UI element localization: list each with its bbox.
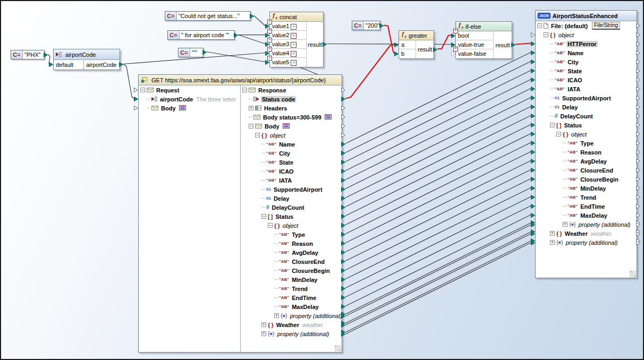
greater-input-a[interactable]: a — [399, 40, 416, 49]
tree-row-name[interactable]: "AB"Name — [536, 48, 637, 57]
wire-map-property-additional-[interactable] — [345, 241, 531, 332]
expand-toggle-icon[interactable]: + — [563, 222, 567, 227]
tree-row-closureend[interactable]: "AB"ClosureEnd — [241, 257, 341, 266]
response-iata-output-connector[interactable] — [341, 177, 345, 184]
collapse-toggle-icon[interactable]: − — [242, 88, 247, 92]
response-body-status-300-599-output-connector[interactable] — [341, 114, 345, 121]
expand-toggle-icon[interactable]: + — [249, 106, 253, 110]
response-name-output-connector[interactable] — [341, 141, 345, 148]
expand-toggle-icon[interactable]: + — [550, 240, 555, 245]
wire-map-property-additional-[interactable] — [345, 223, 531, 314]
target-type-output-connector[interactable] — [636, 140, 640, 147]
collapse-toggle-icon[interactable]: − — [261, 214, 266, 219]
response-endtime-output-connector[interactable] — [341, 295, 345, 301]
expand-toggle-icon[interactable]: + — [261, 322, 266, 327]
response-maxdelay-output-connector[interactable] — [341, 304, 345, 310]
tree-row-maxdelay[interactable]: "AB"MaxDelay — [536, 211, 637, 220]
target-closurebegin-input-connector[interactable] — [531, 176, 535, 183]
tree-row-headers[interactable]: +Headers — [241, 104, 341, 113]
wire-map-mindelay[interactable] — [345, 188, 531, 279]
tree-row-property-additional-[interactable]: +{■}property (additional) — [536, 220, 637, 229]
collapse-toggle-icon[interactable]: − — [556, 132, 561, 136]
concat-input-value2[interactable]: value2× — [270, 31, 307, 40]
tree-row-delay[interactable]: 01Delay — [241, 194, 341, 203]
constant-for-airport-code[interactable]: C= " for airport code '" — [167, 30, 235, 40]
tree-row-city[interactable]: "AB"City — [241, 149, 341, 158]
target-avgdelay-input-connector[interactable] — [531, 158, 535, 165]
could-output-connector[interactable] — [250, 13, 254, 20]
target-state-input-connector[interactable] — [531, 68, 535, 74]
file-string-button[interactable]: File/String — [592, 22, 620, 30]
target-delay-input-connector[interactable] — [531, 104, 535, 110]
tree-row-supportedairport[interactable]: 01SupportedAirport — [241, 185, 341, 194]
response-closurebegin-output-connector[interactable] — [341, 268, 345, 274]
delete-input-icon[interactable]: × — [291, 24, 296, 30]
default-input-connector[interactable] — [49, 62, 53, 68]
default-cell[interactable]: default — [54, 61, 84, 70]
tree-row-icao[interactable]: "AB"ICAO — [241, 167, 341, 176]
wire-map-status[interactable] — [345, 125, 531, 216]
target-property-additional--input-connector[interactable] — [531, 220, 535, 228]
target-httperror-output-connector[interactable] — [636, 41, 640, 47]
tree-row-trend[interactable]: "AB"Trend — [241, 284, 341, 293]
tree-row-avgdelay[interactable]: "AB"AvgDelay — [241, 248, 341, 257]
airportcode-cell[interactable]: airportCode — [84, 61, 120, 70]
target-name-input-connector[interactable] — [531, 50, 535, 56]
wire-map-icao[interactable] — [345, 80, 531, 171]
tree-row-object[interactable]: −{ }object — [241, 221, 341, 230]
target-supportedairport-output-connector[interactable] — [636, 95, 640, 101]
constant-200[interactable]: C= "200" — [352, 21, 380, 30]
tree-row-body[interactable]: −Body — [241, 122, 341, 131]
response-closureend-output-connector[interactable] — [341, 259, 345, 265]
wire-map-city[interactable] — [345, 62, 531, 153]
delete-input-icon[interactable]: × — [291, 42, 296, 48]
tree-row-endtime[interactable]: "AB"EndTime — [536, 202, 637, 211]
tree-row-body[interactable]: Body — [139, 104, 240, 113]
input-component-titlebar[interactable]: airportCode — [54, 49, 120, 60]
target-property-additional--input-connector[interactable] — [531, 238, 535, 246]
target-state-output-connector[interactable] — [636, 68, 640, 74]
tree-row-reason[interactable]: "AB"Reason — [536, 148, 637, 157]
tree-row-weather[interactable]: +{ }Weatherweather — [241, 320, 341, 329]
forcode-output-connector[interactable] — [234, 32, 238, 39]
collapse-toggle-icon[interactable]: − — [537, 23, 542, 28]
wire-map-reason[interactable] — [345, 152, 531, 243]
function-if-else-titlebar[interactable]: ƒx if-else — [456, 22, 512, 31]
delete-input-icon[interactable]: × — [291, 51, 296, 57]
response-status-code-output-connector[interactable] — [341, 96, 345, 102]
add-input-icon[interactable]: + — [453, 29, 458, 33]
resize-grip[interactable] — [630, 271, 636, 277]
wire-segment[interactable] — [300, 67, 319, 75]
response-object-output-connector[interactable] — [341, 132, 345, 139]
target-weather-input-connector[interactable] — [531, 229, 535, 237]
response-type-output-connector[interactable] — [341, 232, 345, 238]
wire-200-to-b[interactable] — [384, 25, 394, 54]
c200-output-connector[interactable] — [379, 23, 384, 29]
add-input-icon[interactable]: + — [267, 20, 272, 24]
tree-row-request[interactable]: −Request — [139, 85, 240, 95]
input-component-airportcode[interactable]: airportCode default airportCode — [53, 49, 120, 70]
concat-input-value3[interactable]: value3× — [270, 40, 307, 49]
delete-input-icon[interactable]: × — [291, 60, 296, 66]
tree-row-state[interactable]: "AB"State — [536, 66, 637, 75]
tree-row-response[interactable]: −Response — [241, 85, 341, 95]
greater-output-result[interactable]: result — [416, 40, 434, 58]
request-input-connector[interactable] — [134, 87, 138, 93]
tree-row-endtime[interactable]: "AB"EndTime — [241, 293, 341, 302]
target-trend-output-connector[interactable] — [636, 194, 640, 201]
constant-could-not-get-status[interactable]: C= "Could not get status..." — [165, 11, 251, 21]
tree-row-property-additional-[interactable]: +{■}property (additional) — [536, 238, 637, 247]
response-avgdelay-output-connector[interactable] — [341, 250, 345, 256]
collapse-toggle-icon[interactable]: − — [255, 133, 260, 138]
airportcode-output-connector[interactable] — [119, 62, 123, 68]
mime-type-icon[interactable] — [283, 123, 290, 130]
wire-forcode-to-value3[interactable] — [238, 35, 265, 44]
target-maxdelay-input-connector[interactable] — [531, 212, 535, 219]
target-name-output-connector[interactable] — [636, 50, 640, 56]
response-property-additional--output-connector[interactable] — [341, 312, 345, 320]
tree-row-type[interactable]: "AB"Type — [241, 230, 341, 239]
response-city-output-connector[interactable] — [341, 150, 345, 157]
concat-output-result[interactable]: result — [307, 22, 323, 67]
response-delaycount-output-connector[interactable] — [341, 204, 345, 211]
tree-row-status[interactable]: −[ ]Status — [536, 121, 637, 130]
